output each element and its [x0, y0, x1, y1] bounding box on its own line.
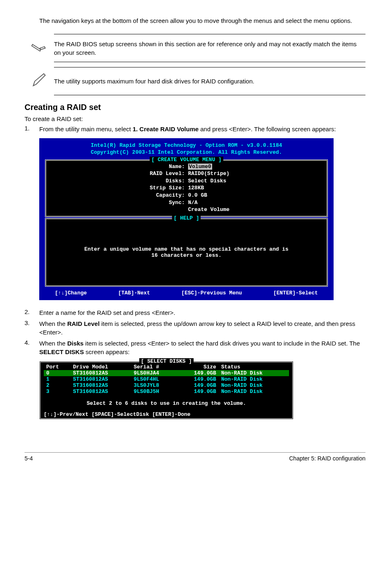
create-volume-action[interactable]: Create Volume	[188, 206, 323, 213]
table-row[interactable]: 2ST3160812AS3LS0JYL8149.0GBNon-RAID Disk	[44, 382, 289, 388]
nav-select[interactable]: [ENTER]-Select	[273, 290, 318, 296]
step-text: When the RAID Level item is selected, pr…	[39, 319, 365, 337]
step-number: 3.	[25, 319, 39, 337]
section-intro: To create a RAID set:	[25, 115, 365, 122]
note-reference: The RAID BIOS setup screens shown in thi…	[25, 34, 365, 62]
help-box: [ HELP ] Enter a unique volume name that…	[45, 218, 328, 287]
box-title: [ CREATE VOLUME MENU ]	[150, 157, 223, 163]
note-text: The RAID BIOS setup screens shown in thi…	[54, 40, 365, 57]
capacity-field[interactable]: 0.0 GB	[188, 192, 323, 199]
step-number: 1.	[25, 125, 39, 133]
step-number: 2.	[25, 308, 39, 317]
raid-level-field[interactable]: RAID0(Stripe)	[188, 170, 323, 177]
select-disks-screen: [ SELECT DISKS ] Port Drive Model Serial…	[39, 361, 294, 420]
page-number: 5-4	[25, 455, 33, 462]
section-heading: Creating a RAID set	[25, 103, 365, 112]
intro-paragraph: The navigation keys at the bottom of the…	[39, 16, 365, 25]
box-title: [ HELP ]	[172, 215, 201, 221]
disks-instruction: Select 2 to 6 disks to use in creating t…	[44, 395, 289, 411]
step-number: 4.	[25, 339, 39, 356]
note-max-drives: The utility supports maximum four hard d…	[25, 67, 365, 95]
table-header-row: Port Drive Model Serial # Size Status	[44, 364, 289, 370]
box-title: [ SELECT DISKS ]	[139, 358, 194, 364]
bios-header: Intel(R) Rapid Storage Technology - Opti…	[39, 141, 334, 159]
table-row[interactable]: 0ST3160812AS9LS0HJA4149.0GBNon-RAID Disk	[44, 370, 289, 376]
step-text: Enter a name for the RAID set and press …	[39, 308, 365, 317]
sync-field: N/A	[188, 199, 323, 206]
volume-name-field[interactable]: Volume0	[188, 164, 212, 170]
disks-table: Port Drive Model Serial # Size Status 0S…	[44, 364, 289, 395]
table-row[interactable]: 3ST3160812AS9LS0BJ5H149.0GBNon-RAID Disk	[44, 388, 289, 395]
create-volume-menu: [ CREATE VOLUME MENU ] Name:Volume0 RAID…	[45, 159, 328, 217]
disks-field[interactable]: Select Disks	[188, 177, 323, 185]
hand-point-icon	[25, 38, 54, 58]
bios-create-volume-screen: Intel(R) Rapid Storage Technology - Opti…	[39, 138, 334, 300]
step-1: 1. From the utility main menu, select 1.…	[25, 125, 365, 133]
step-3: 3. When the RAID Level item is selected,…	[25, 319, 365, 337]
table-row[interactable]: 1ST3160812AS9LS0F4HL149.0GBNon-RAID Disk	[44, 376, 289, 382]
note-text: The utility supports maximum four hard d…	[54, 77, 365, 85]
nav-prev[interactable]: [ESC]-Previous Menu	[182, 290, 242, 296]
step-text: When the Disks item is selected, press <…	[39, 339, 365, 356]
step-text: From the utility main menu, select 1. Cr…	[39, 125, 365, 133]
step-2: 2. Enter a name for the RAID set and pre…	[25, 308, 365, 317]
step-4: 4. When the Disks item is selected, pres…	[25, 339, 365, 356]
page-footer: 5-4 Chapter 5: RAID configuration	[25, 452, 365, 462]
bios-nav-bar: [↑↓]Change [TAB]-Next [ESC]-Previous Men…	[39, 287, 334, 297]
chapter-label: Chapter 5: RAID configuration	[289, 455, 365, 462]
disks-nav: [↑↓]-Prev/Next [SPACE]-SelectDisk [ENTER…	[44, 411, 289, 417]
strip-size-field[interactable]: 128KB	[188, 184, 323, 192]
pencil-icon	[25, 71, 54, 92]
nav-next[interactable]: [TAB]-Next	[118, 290, 150, 296]
nav-change[interactable]: [↑↓]Change	[55, 290, 87, 296]
